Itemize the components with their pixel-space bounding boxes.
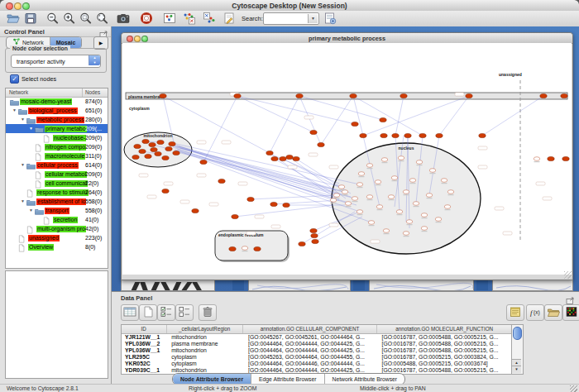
layout-nodes-a-button[interactable] bbox=[182, 12, 197, 25]
expand-toggle-icon[interactable]: ▼ bbox=[21, 198, 25, 203]
network-view-window[interactable]: primary metabolic process plasma membran… bbox=[121, 32, 573, 280]
zoom-in-button[interactable] bbox=[62, 12, 77, 25]
matrix-viewer-button[interactable] bbox=[562, 304, 579, 321]
function-builder-icon: f(x) bbox=[527, 307, 543, 321]
cell: YPL036W__1 bbox=[122, 347, 168, 354]
tree-row-unassigned[interactable]: unassigned223(0) bbox=[6, 233, 108, 242]
view-resize-grip[interactable] bbox=[564, 271, 572, 279]
tree-row-response-to-stimulu[interactable]: response to stimulu264(0) bbox=[6, 188, 108, 197]
float-data-panel-icon[interactable] bbox=[566, 294, 575, 303]
zoom-out-button[interactable] bbox=[45, 12, 60, 25]
scroll-down-button[interactable]: ▼ bbox=[512, 366, 521, 373]
table-row-yjr121w-1[interactable]: YJR121W__1mitochondrion[GO:0045267, GO:0… bbox=[122, 334, 512, 341]
tree-row-mosaic-demo-yeast[interactable]: mosaic-demo-yeast874(0) bbox=[6, 97, 108, 106]
column-header-cellularlayoutregion[interactable]: _cellularLayoutRegion bbox=[167, 325, 243, 333]
network-tree: Network Nodes mosaic-demo-yeast874(0)▼bi… bbox=[5, 88, 108, 269]
tree-row-primary-metabo[interactable]: ▼primary metabo209(... bbox=[6, 124, 108, 133]
tree-row-biological-process[interactable]: ▼biological_process651(0) bbox=[6, 106, 108, 115]
background-window[interactable] bbox=[121, 280, 215, 291]
tree-column-nodes[interactable]: Nodes bbox=[85, 89, 100, 95]
float-panel-icon[interactable] bbox=[99, 27, 108, 36]
svg-text:unassigned: unassigned bbox=[499, 72, 522, 77]
tree-row-nucleobase[interactable]: nucleobase-209(0) bbox=[6, 133, 108, 142]
tree-row-cell-communicat[interactable]: cell communicat22(0) bbox=[6, 179, 108, 188]
new-attribute-button[interactable] bbox=[139, 304, 157, 321]
table-scrollbar[interactable]: ▲ ▼ bbox=[511, 324, 524, 375]
save-button[interactable] bbox=[23, 12, 38, 25]
column-header-id[interactable]: ID bbox=[122, 325, 167, 333]
folder-icon bbox=[26, 198, 36, 206]
expand-toggle-icon[interactable]: ▼ bbox=[21, 162, 25, 167]
delete-attribute-button[interactable] bbox=[199, 304, 217, 321]
import-attributes-icon bbox=[545, 307, 561, 321]
main-toolbar: Search: ▼ bbox=[0, 11, 579, 27]
dropdown-stepper-icon[interactable]: ▲▼ bbox=[89, 55, 100, 65]
tree-row-macromolecule[interactable]: macromolecule311(0) bbox=[6, 151, 108, 160]
table-row-ypl036w-1[interactable]: YPL036W__1mitochondrion[GO:0044464, GO:0… bbox=[122, 347, 512, 354]
tree-node-count: 209(... bbox=[85, 126, 102, 131]
node-color-dropdown[interactable]: transporter activity ▲▼ bbox=[11, 55, 101, 68]
help-button[interactable] bbox=[139, 12, 154, 25]
tree-row-nitrogen-compo[interactable]: nitrogen compo209(0) bbox=[6, 142, 108, 151]
tree-row-cellular-process[interactable]: ▼cellular process614(0) bbox=[6, 160, 108, 170]
svg-text:nucleus: nucleus bbox=[399, 146, 414, 151]
tree-row-metabolic-process[interactable]: ▼metabolic process280(0) bbox=[6, 115, 108, 124]
background-window[interactable] bbox=[492, 280, 573, 291]
select-all-attributes-button[interactable] bbox=[157, 304, 175, 321]
tree-row-secretion[interactable]: secretion41(0) bbox=[6, 215, 108, 224]
tree-row-establishment-of-lo[interactable]: ▼establishment of lo558(0) bbox=[6, 197, 108, 206]
tree-column-network[interactable]: Network bbox=[9, 89, 28, 95]
attribute-table-header[interactable]: ID_cellularLayoutRegionannotation.GO CEL… bbox=[122, 325, 512, 334]
window-resize-grip[interactable] bbox=[570, 385, 577, 392]
tree-row-overview[interactable]: Overview8(0) bbox=[6, 242, 108, 251]
cell: mitochondrion bbox=[168, 347, 245, 354]
table-row-ypl036w-2[interactable]: YPL036W__2plasma membrane[GO:0044464, GO… bbox=[122, 341, 512, 347]
column-header-annotation-go-molecular-function[interactable]: annotation.GO MOLECULAR_FUNCTION bbox=[377, 325, 512, 333]
open-button[interactable] bbox=[6, 12, 21, 25]
tree-row-transport[interactable]: ▼transport558(0) bbox=[6, 206, 108, 215]
select-nodes-checkbox[interactable]: ✓ bbox=[10, 74, 19, 84]
tree-row-multi-organism-pro[interactable]: multi-organism pro42(0) bbox=[6, 224, 108, 233]
import-network-table-button[interactable] bbox=[323, 12, 337, 25]
cell: [GO:0016787, GO:0005488, GO:0005215, G..… bbox=[379, 347, 512, 354]
unselect-all-attributes-button[interactable] bbox=[175, 304, 194, 321]
background-window[interactable] bbox=[369, 280, 474, 291]
column-header-annotation-go-cellular-component[interactable]: annotation.GO CELLULAR_COMPONENT bbox=[243, 325, 378, 333]
search-input[interactable]: ▼ bbox=[263, 12, 319, 25]
annotation-button[interactable] bbox=[222, 12, 237, 25]
cell: [GO:0045263, GO:0044464, GO:0044455, G..… bbox=[245, 354, 378, 361]
expand-toggle-icon[interactable]: ▼ bbox=[12, 108, 17, 112]
table-row-ykr052c[interactable]: YKR052Ccytoplasm[GO:0044464, GO:0044446,… bbox=[122, 361, 512, 367]
svg-text:(x): (x) bbox=[534, 309, 540, 316]
column-divider[interactable] bbox=[82, 88, 83, 97]
expand-toggle-icon[interactable]: ▼ bbox=[21, 117, 25, 122]
select-attributes-button[interactable] bbox=[121, 304, 139, 321]
scrollbar-thumb[interactable] bbox=[513, 327, 522, 340]
file-icon bbox=[43, 217, 50, 225]
attribute-batch-editor-button[interactable] bbox=[506, 304, 524, 321]
network-overview-button[interactable] bbox=[162, 12, 177, 25]
attribute-table[interactable]: ID_cellularLayoutRegionannotation.GO CEL… bbox=[121, 324, 513, 375]
function-builder-button[interactable]: f(x) bbox=[526, 304, 544, 321]
layout-nodes-b-button[interactable] bbox=[202, 12, 217, 25]
expand-toggle-icon[interactable]: ▼ bbox=[29, 208, 33, 213]
file-icon bbox=[35, 171, 41, 179]
tree-node-count: 223(0) bbox=[85, 235, 102, 241]
table-row-ylr295c[interactable]: YLR295Ccytoplasm[GO:0045263, GO:0044464,… bbox=[122, 354, 512, 361]
search-dropdown-arrow[interactable]: ▼ bbox=[308, 14, 318, 23]
zoom-fit-button[interactable] bbox=[95, 12, 110, 25]
folder-icon bbox=[35, 208, 44, 215]
expand-toggle-icon[interactable]: ▼ bbox=[29, 126, 33, 131]
network-canvas[interactable]: plasma membranecytoplasmmitochondrionnuc… bbox=[122, 43, 572, 275]
tree-node-count: 651(0) bbox=[85, 108, 102, 113]
snapshot-button[interactable] bbox=[116, 12, 131, 25]
zoom-region-button[interactable] bbox=[79, 12, 93, 25]
tree-label: response to stimulu bbox=[36, 189, 89, 197]
tree-row-cellular-metabol[interactable]: cellular metabol209(0) bbox=[6, 170, 108, 179]
help-icon bbox=[139, 13, 154, 27]
background-window[interactable] bbox=[248, 280, 351, 291]
tree-label: Overview bbox=[28, 244, 54, 251]
cell: [GO:0005488, GO:0005215, GO:0003674] bbox=[379, 361, 512, 367]
import-attributes-button[interactable] bbox=[544, 304, 562, 321]
window-titlebar[interactable]: Cytoscape Desktop (New Session) bbox=[0, 0, 579, 12]
